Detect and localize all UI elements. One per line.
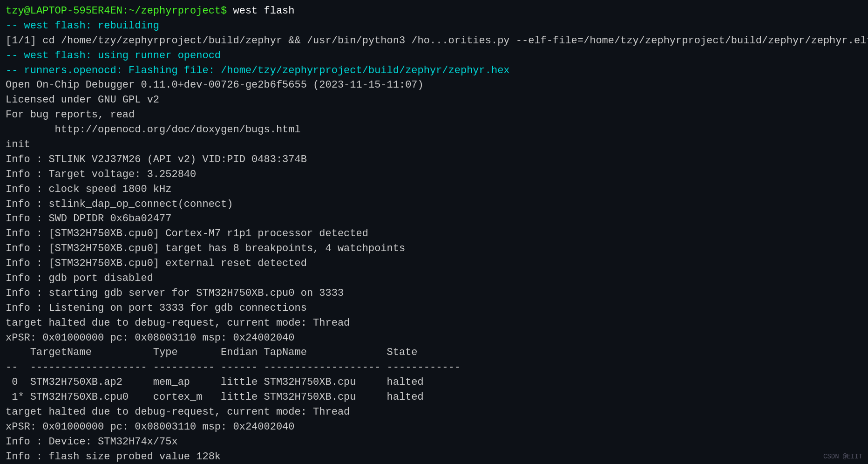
terminal-line: Info : Target voltage: 3.252840 — [6, 167, 862, 182]
terminal-line: xPSR: 0x01000000 pc: 0x08003110 msp: 0x2… — [6, 420, 862, 435]
terminal-line: TargetName Type Endian TapName State — [6, 345, 862, 360]
terminal-window: tzy@LAPTOP-595ER4EN:~/zephyrproject$ wes… — [0, 0, 868, 464]
terminal-line: 0 STM32H750XB.ap2 mem_ap little STM32H75… — [6, 375, 862, 390]
terminal-line: tzy@LAPTOP-595ER4EN:~/zephyrproject$ wes… — [6, 4, 862, 19]
terminal-line: Info : [STM32H750XB.cpu0] external reset… — [6, 256, 862, 271]
terminal-line: Info : [STM32H750XB.cpu0] target has 8 b… — [6, 241, 862, 256]
terminal-line: -- runners.openocd: Flashing file: /home… — [6, 63, 862, 78]
terminal-line: Licensed under GNU GPL v2 — [6, 93, 862, 108]
terminal-line: init — [6, 137, 862, 152]
terminal-line: Info : stlink_dap_op_connect(connect) — [6, 197, 862, 212]
terminal-line: xPSR: 0x01000000 pc: 0x08003110 msp: 0x2… — [6, 331, 862, 346]
terminal-line: Info : clock speed 1800 kHz — [6, 182, 862, 197]
terminal-line: -- west flash: using runner openocd — [6, 48, 862, 63]
terminal-line: Info : STLINK V2J37M26 (API v2) VID:PID … — [6, 152, 862, 167]
terminal-line: Info : Device: STM32H74x/75x — [6, 435, 862, 450]
terminal-line: target halted due to debug-request, curr… — [6, 316, 862, 331]
terminal-line: -- west flash: rebuilding — [6, 19, 862, 34]
terminal-line: target halted due to debug-request, curr… — [6, 405, 862, 420]
terminal-line: http://openocd.org/doc/doxygen/bugs.html — [6, 123, 862, 137]
terminal-line: -- ------------------- ---------- ------… — [6, 360, 862, 375]
terminal-line: Info : Listening on port 3333 for gdb co… — [6, 301, 862, 316]
terminal-line: Info : SWD DPIDR 0x6ba02477 — [6, 212, 862, 226]
terminal-line: [1/1] cd /home/tzy/zephyrproject/build/z… — [6, 34, 862, 48]
terminal-line: Open On-Chip Debugger 0.11.0+dev-00726-g… — [6, 78, 862, 93]
watermark: CSDN @EIIT — [823, 452, 862, 461]
terminal-line: Info : gdb port disabled — [6, 271, 862, 286]
terminal-output: tzy@LAPTOP-595ER4EN:~/zephyrproject$ wes… — [6, 4, 862, 464]
terminal-line: Info : [STM32H750XB.cpu0] Cortex-M7 r1p1… — [6, 226, 862, 241]
terminal-line: Info : starting gdb server for STM32H750… — [6, 286, 862, 301]
terminal-line: 1* STM32H750XB.cpu0 cortex_m little STM3… — [6, 390, 862, 405]
terminal-line: Info : flash size probed value 128k — [6, 450, 862, 464]
terminal-line: For bug reports, read — [6, 108, 862, 123]
